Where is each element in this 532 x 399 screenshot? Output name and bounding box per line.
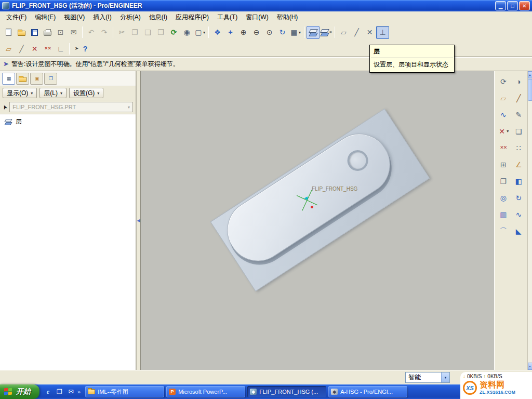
chevron-more-icon[interactable]: » — [77, 389, 81, 395]
start-button[interactable]: 开始 — [0, 384, 39, 399]
datum-plane-tool-button[interactable]: ▱ — [496, 92, 511, 104]
show-dropdown-button[interactable]: 显示(O)▾ — [3, 88, 37, 98]
grid-tool-button[interactable]: ⊞ — [496, 158, 511, 170]
select-arrow-icon: ➤ — [1, 103, 9, 111]
hole-tool-button[interactable]: ◎ — [496, 192, 511, 204]
layer-tree-root-item[interactable]: 层 — [4, 117, 132, 126]
paste-special-button[interactable]: ❒ — [154, 26, 167, 39]
pattern-tool-button[interactable]: ∷ — [511, 142, 527, 154]
point-tool-button[interactable]: ✕ — [28, 42, 41, 55]
close-button[interactable]: ✕ — [519, 1, 530, 10]
csys-display-toggle[interactable]: ⊥ — [376, 26, 389, 39]
point-field-tool-button[interactable]: ✕✕ — [496, 142, 511, 154]
save-button[interactable] — [28, 26, 41, 39]
selection-filter-button[interactable]: ▢▾ — [193, 26, 206, 39]
print-preview-button[interactable]: ⊡ — [54, 26, 67, 39]
revolve-tool-button[interactable]: ↻ — [511, 192, 527, 204]
find-button[interactable]: ◉ — [180, 26, 193, 39]
redo-button[interactable]: ↷ — [98, 26, 111, 39]
datum-planes-toggle[interactable]: ▱ — [337, 26, 350, 39]
display-mode-tool-button[interactable]: ◑ — [511, 75, 527, 87]
navigator-tabs: ▦ ▣ ❐ — [0, 71, 136, 86]
datum-axis-tool-button[interactable]: ╱ — [511, 92, 527, 104]
favorites-tab[interactable]: ▣ — [30, 73, 43, 85]
taskbar-item-a-hsg[interactable]: ◆ A-HSG - Pro/ENGI... — [328, 386, 407, 397]
menu-window[interactable]: 窗口(W) — [242, 11, 272, 23]
context-help-button[interactable]: ➤? — [72, 42, 90, 55]
scroll-down-button[interactable]: ▼ — [528, 363, 532, 370]
chevron-down-icon: ▾ — [507, 129, 509, 134]
active-model-combo[interactable]: FLIP_FRONT_HSG.PRT ▾ — [9, 102, 133, 112]
refit-button[interactable]: ⊙ — [263, 26, 276, 39]
menu-tools[interactable]: 工具(T) — [213, 11, 242, 23]
connections-tab[interactable]: ❐ — [44, 73, 57, 85]
paste-button[interactable]: ❑ — [141, 26, 154, 39]
menu-analysis[interactable]: 分析(A) — [116, 11, 145, 23]
copy-geometry-tool-button[interactable]: ❐ — [496, 175, 511, 187]
send-mail-button[interactable]: ✉ — [67, 26, 80, 39]
menu-help[interactable]: 帮助(H) — [273, 11, 302, 23]
settings-dropdown-button[interactable]: 设置(G)▾ — [69, 88, 103, 98]
selection-filter-value: 智能 — [408, 373, 421, 382]
save-icon — [31, 29, 38, 36]
graphics-viewport[interactable]: ◀ FLIP_FRONT_HSG — [141, 71, 494, 370]
redraw-tool-button[interactable]: ⟳ — [496, 75, 511, 87]
datum-point-tool-button[interactable]: ✕▾ — [496, 125, 511, 137]
open-file-button[interactable] — [15, 26, 28, 39]
extrude-tool-button[interactable]: ◧ — [511, 175, 527, 187]
maximize-button[interactable]: □ — [507, 1, 518, 10]
menu-info[interactable]: 信息(I) — [145, 11, 171, 23]
selection-filter-combo[interactable]: 智能 ▼ — [405, 372, 450, 383]
menu-edit[interactable]: 编辑(E) — [31, 11, 60, 23]
menu-view[interactable]: 视图(V) — [60, 11, 89, 23]
draft-tool-button[interactable]: ∠ — [511, 158, 527, 170]
centerline-button[interactable]: ╱ — [15, 42, 28, 55]
menu-insert[interactable]: 插入(I) — [89, 11, 115, 23]
layer-settings-button[interactable]: ≡ — [320, 26, 332, 39]
scroll-up-button[interactable]: ▲ — [528, 71, 532, 78]
taskbar-item-iml[interactable]: IML--零件图 — [85, 386, 164, 397]
toolbar-separator — [113, 26, 113, 38]
folder-browser-tab[interactable] — [16, 73, 29, 85]
view-manager-button[interactable]: ❖ — [211, 26, 224, 39]
csys-tool-button[interactable]: ∟ — [54, 42, 67, 55]
minimize-button[interactable]: ▁ — [495, 1, 506, 10]
undo-button[interactable]: ↶ — [85, 26, 98, 39]
reorient-button[interactable]: ↻ — [276, 26, 289, 39]
copy-button[interactable]: ❐ — [128, 26, 141, 39]
sketch-tool-button[interactable]: ✎ — [511, 109, 527, 121]
cut-button[interactable]: ✂ — [115, 26, 128, 39]
datum-points-toggle[interactable]: ✕ — [363, 26, 376, 39]
shell-tool-button[interactable]: ▥ — [496, 208, 511, 220]
taskbar-item-powerpoint[interactable]: P Microsoft PowerP... — [166, 386, 245, 397]
point-array-button[interactable]: ✕✕ — [41, 42, 54, 55]
spin-center-button[interactable]: + — [224, 26, 237, 39]
internet-explorer-icon[interactable]: e — [43, 387, 53, 397]
csys-icon: ⊥ — [379, 28, 387, 37]
menu-applications[interactable]: 应用程序(P) — [171, 11, 213, 23]
regenerate-button[interactable]: ⟳ — [167, 26, 180, 39]
panel-splitter[interactable]: ◀ — [136, 71, 141, 370]
model-tree-tab[interactable]: ▦ — [2, 73, 15, 85]
combo-arrow-button[interactable]: ▼ — [441, 373, 449, 382]
round-tool-button[interactable]: ⌒ — [496, 225, 511, 237]
mail-shortcut-icon[interactable]: ✉ — [66, 387, 76, 397]
chamfer-tool-button[interactable]: ◣ — [511, 225, 527, 237]
show-desktop-icon[interactable]: ❐ — [55, 387, 64, 397]
print-button[interactable] — [41, 26, 54, 39]
datum-curve-tool-button[interactable]: ∿ — [496, 109, 511, 121]
right-scrollbar[interactable]: ▲ ▼ — [527, 71, 532, 370]
reference-tool-button[interactable]: ❏ — [511, 125, 527, 137]
sweep-tool-button[interactable]: ∿ — [511, 208, 527, 220]
datum-axes-toggle[interactable]: ╱ — [350, 26, 363, 39]
zoom-in-button[interactable]: ⊕ — [237, 26, 250, 39]
sketch-plane-button[interactable]: ▱ — [2, 42, 15, 55]
saved-views-button[interactable]: ▦▾ — [289, 26, 302, 39]
layers-button[interactable] — [307, 26, 320, 39]
layer-dropdown-button[interactable]: 层(L)▾ — [39, 88, 66, 98]
new-file-button[interactable] — [2, 26, 15, 39]
scrollbar-thumb[interactable] — [528, 79, 532, 101]
taskbar-item-flip-front-hsg[interactable]: ◆ FLIP_FRONT_HSG (... — [247, 386, 326, 397]
zoom-out-button[interactable]: ⊖ — [250, 26, 263, 39]
menu-file[interactable]: 文件(F) — [2, 11, 31, 23]
